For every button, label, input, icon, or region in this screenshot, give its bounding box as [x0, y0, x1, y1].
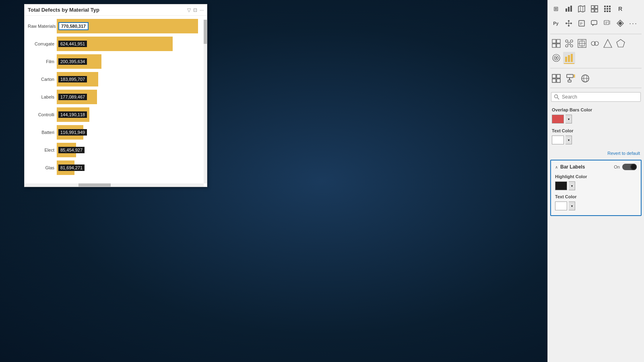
- scatter-icon-4[interactable]: [589, 37, 601, 49]
- search-box[interactable]: [551, 92, 641, 102]
- svg-rect-7: [595, 6, 598, 8]
- svg-marker-52: [617, 39, 625, 47]
- icon-grid-row-2: [548, 51, 644, 66]
- svg-point-55: [555, 57, 557, 59]
- table-icon[interactable]: ⊞: [550, 3, 561, 14]
- bar-container: 85,454,927: [57, 143, 205, 157]
- text-color-bottom-dropdown[interactable]: ▾: [569, 202, 575, 210]
- scatter-icon-3[interactable]: [576, 37, 588, 49]
- R-icon[interactable]: R: [615, 3, 626, 14]
- active-chart-icon[interactable]: [563, 52, 575, 64]
- svg-rect-57: [568, 55, 570, 62]
- search-input[interactable]: [562, 94, 638, 100]
- bar-value[interactable]: 85,454,927: [58, 147, 85, 153]
- star-diamond-icon[interactable]: [615, 18, 626, 29]
- bar-value[interactable]: 183,895,707: [58, 76, 87, 82]
- separator-2: [550, 68, 642, 68]
- overlap-bars-swatch-dropdown[interactable]: ▾: [566, 115, 572, 123]
- svg-point-43: [570, 45, 573, 47]
- bar-value[interactable]: 144,190,118: [58, 111, 87, 118]
- svg-rect-62: [557, 79, 560, 82]
- svg-point-42: [566, 45, 568, 47]
- svg-rect-61: [552, 79, 556, 82]
- overlap-bars-color-row: ▾: [552, 115, 640, 123]
- bar-container: 81,694,271: [57, 160, 205, 175]
- highlight-color-swatch[interactable]: [555, 181, 567, 190]
- scatter-icon-5[interactable]: [602, 37, 614, 49]
- scatter-icon-1[interactable]: [550, 37, 562, 49]
- scrollbar-horizontal-thumb[interactable]: [78, 183, 111, 187]
- chart-bar-icon[interactable]: [563, 3, 574, 14]
- bar-container: 770,580,317: [57, 19, 205, 33]
- bar-value[interactable]: 624,441,951: [58, 41, 87, 47]
- chat-icon[interactable]: [589, 18, 600, 29]
- overlap-bars-label: Overlap Bars Color: [552, 107, 640, 112]
- svg-rect-35: [557, 39, 560, 43]
- svg-rect-37: [557, 44, 560, 47]
- revert-to-default-link[interactable]: Revert to default: [548, 149, 644, 157]
- py-icon[interactable]: Py: [550, 18, 561, 29]
- chart-titlebar-icons: ▽ ⊡ ···: [187, 7, 204, 13]
- paint-roller-icon[interactable]: [565, 72, 577, 84]
- bar-row: Controlli144,190,118: [28, 107, 205, 122]
- text-color-top-swatch[interactable]: [552, 136, 564, 144]
- globe-icon[interactable]: [579, 72, 591, 84]
- grid2-icon[interactable]: [589, 3, 600, 14]
- bars-container: Raw Materials770,580,317Corrugate624,441…: [28, 19, 205, 175]
- bar-value[interactable]: 177,089,467: [58, 94, 87, 100]
- more-icon[interactable]: ···: [200, 7, 204, 13]
- location-icon[interactable]: [602, 18, 613, 29]
- scatter-icon-6[interactable]: [615, 37, 627, 49]
- bar-labels-header: ∧ Bar Labels On: [555, 164, 637, 170]
- bar-value[interactable]: 770,580,317: [58, 22, 89, 30]
- more-dots[interactable]: ···: [627, 19, 639, 28]
- bar-value[interactable]: 81,694,271: [58, 165, 85, 171]
- svg-marker-3: [578, 6, 585, 12]
- svg-point-20: [568, 20, 570, 22]
- expand-icon[interactable]: ⊡: [193, 7, 197, 13]
- bar-label: Controlli: [28, 112, 57, 117]
- bar-value[interactable]: 200,395,634: [58, 58, 87, 65]
- powerpoint-icon[interactable]: P: [576, 18, 587, 29]
- bar-container: 183,895,707: [57, 72, 205, 86]
- chart-body: Raw Materials770,580,317Corrugate624,441…: [25, 16, 207, 183]
- bar-labels-chevron[interactable]: ∧: [555, 165, 558, 169]
- svg-rect-12: [609, 6, 611, 7]
- bar-row: Film200,395,634: [28, 54, 205, 69]
- text-color-bottom-row: ▾: [555, 202, 637, 210]
- text-color-top-section: Text Color ▾: [548, 128, 644, 149]
- bar-row: Glas81,694,271: [28, 160, 205, 175]
- overlap-bars-swatch[interactable]: [552, 115, 564, 123]
- text-color-top-dropdown[interactable]: ▾: [566, 136, 572, 144]
- icon-grid-row-1: [548, 36, 644, 51]
- bar-label: Corrugate: [28, 41, 57, 46]
- scrollbar-vertical-thumb[interactable]: [204, 20, 207, 44]
- svg-point-21: [568, 25, 570, 27]
- svg-rect-65: [568, 80, 571, 82]
- matrix-icon[interactable]: [602, 3, 613, 14]
- bar-row: Batteri116,991,949: [28, 125, 205, 140]
- svg-rect-56: [565, 57, 567, 62]
- svg-rect-58: [571, 54, 573, 62]
- svg-rect-60: [557, 74, 560, 78]
- cell-grid-icon[interactable]: [550, 72, 562, 84]
- svg-rect-34: [552, 39, 556, 43]
- scatter-icon-7[interactable]: [550, 52, 562, 64]
- scatter-icon-2[interactable]: [563, 37, 575, 49]
- search-icon: [554, 94, 559, 100]
- flow-icon[interactable]: [563, 18, 574, 29]
- toggle-on-label: On: [614, 165, 620, 169]
- scrollbar-horizontal[interactable]: [25, 183, 204, 187]
- svg-text:P: P: [580, 22, 582, 26]
- map-icon[interactable]: [576, 3, 587, 14]
- filter-icon[interactable]: ▽: [187, 7, 191, 13]
- bar-value[interactable]: 116,991,949: [58, 129, 87, 136]
- svg-point-19: [566, 23, 567, 24]
- scrollbar-vertical[interactable]: [204, 20, 207, 183]
- bar-container: 200,395,634: [57, 54, 205, 69]
- highlight-color-dropdown[interactable]: ▾: [569, 181, 575, 190]
- bar-label: Carton: [28, 77, 57, 82]
- bar-labels-toggle[interactable]: [622, 164, 637, 170]
- bar-row: Corrugate624,441,951: [28, 37, 205, 51]
- text-color-bottom-swatch[interactable]: [555, 202, 567, 210]
